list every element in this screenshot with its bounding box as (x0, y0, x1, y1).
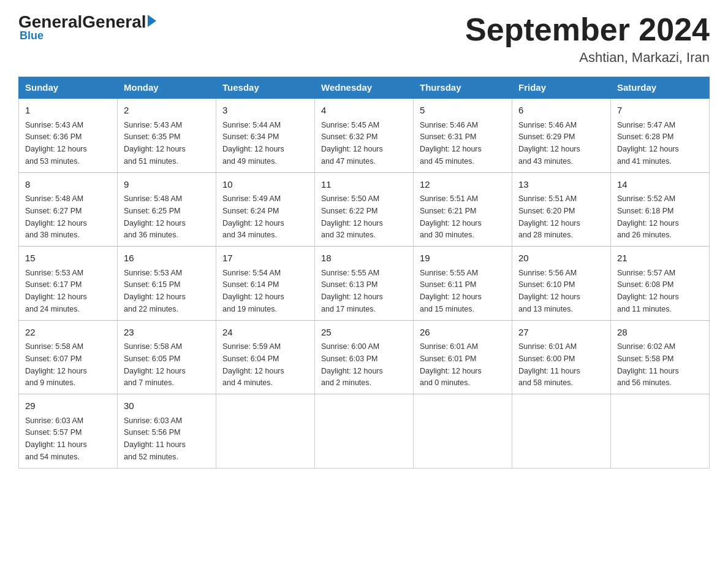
day-number: 15 (25, 251, 111, 266)
logo-arrow-icon (148, 15, 156, 27)
day-info: Sunrise: 5:59 AMSunset: 6:04 PMDaylight:… (222, 342, 284, 387)
calendar-title: September 2024 (465, 12, 710, 47)
table-row: 16 Sunrise: 5:53 AMSunset: 6:15 PMDaylig… (118, 247, 216, 321)
day-number: 27 (518, 326, 604, 340)
table-row: 17 Sunrise: 5:54 AMSunset: 6:14 PMDaylig… (216, 247, 315, 321)
day-info: Sunrise: 5:58 AMSunset: 6:07 PMDaylight:… (25, 342, 87, 387)
col-monday: Monday (118, 77, 216, 99)
day-info: Sunrise: 6:03 AMSunset: 5:57 PMDaylight:… (25, 416, 87, 461)
table-row: 20 Sunrise: 5:56 AMSunset: 6:10 PMDaylig… (512, 247, 611, 321)
table-row: 19 Sunrise: 5:55 AMSunset: 6:11 PMDaylig… (414, 247, 512, 321)
col-thursday: Thursday (414, 77, 512, 99)
day-number: 9 (124, 178, 210, 192)
logo-general: General (82, 12, 146, 32)
day-number: 18 (321, 251, 407, 266)
day-info: Sunrise: 5:52 AMSunset: 6:18 PMDaylight:… (617, 194, 679, 239)
logo-subtitle: Blue (20, 29, 44, 42)
table-row (512, 394, 611, 469)
day-info: Sunrise: 5:43 AMSunset: 6:36 PMDaylight:… (25, 121, 87, 166)
day-info: Sunrise: 5:53 AMSunset: 6:17 PMDaylight:… (25, 269, 87, 313)
day-info: Sunrise: 6:02 AMSunset: 5:58 PMDaylight:… (617, 342, 679, 387)
table-row: 8 Sunrise: 5:48 AMSunset: 6:27 PMDayligh… (19, 172, 118, 247)
table-row: 29 Sunrise: 6:03 AMSunset: 5:57 PMDaylig… (19, 394, 118, 469)
col-tuesday: Tuesday (216, 77, 315, 99)
logo: GeneralGeneral Blue (18, 12, 156, 42)
calendar-week-row: 15 Sunrise: 5:53 AMSunset: 6:17 PMDaylig… (19, 247, 710, 321)
table-row: 15 Sunrise: 5:53 AMSunset: 6:17 PMDaylig… (19, 247, 118, 321)
day-info: Sunrise: 5:48 AMSunset: 6:27 PMDaylight:… (25, 194, 87, 239)
day-number: 22 (25, 326, 111, 340)
table-row: 1 Sunrise: 5:43 AMSunset: 6:36 PMDayligh… (19, 98, 118, 172)
day-info: Sunrise: 6:00 AMSunset: 6:03 PMDaylight:… (321, 342, 383, 387)
day-info: Sunrise: 6:01 AMSunset: 6:01 PMDaylight:… (420, 342, 482, 387)
day-number: 7 (617, 104, 703, 118)
table-row (611, 394, 710, 469)
col-wednesday: Wednesday (315, 77, 414, 99)
day-info: Sunrise: 5:58 AMSunset: 6:05 PMDaylight:… (124, 342, 186, 387)
day-number: 30 (124, 399, 210, 413)
day-info: Sunrise: 5:44 AMSunset: 6:34 PMDaylight:… (222, 121, 284, 166)
calendar-week-row: 1 Sunrise: 5:43 AMSunset: 6:36 PMDayligh… (19, 98, 710, 172)
day-number: 29 (25, 399, 111, 413)
day-number: 17 (222, 251, 308, 266)
table-row: 6 Sunrise: 5:46 AMSunset: 6:29 PMDayligh… (512, 98, 611, 172)
day-number: 5 (420, 104, 506, 118)
day-number: 26 (420, 326, 506, 340)
table-row (216, 394, 315, 469)
day-info: Sunrise: 5:53 AMSunset: 6:15 PMDaylight:… (124, 269, 186, 313)
col-friday: Friday (512, 77, 611, 99)
day-number: 21 (617, 251, 703, 266)
day-info: Sunrise: 5:46 AMSunset: 6:31 PMDaylight:… (420, 121, 482, 166)
day-number: 23 (124, 326, 210, 340)
day-info: Sunrise: 5:47 AMSunset: 6:28 PMDaylight:… (617, 121, 679, 166)
col-saturday: Saturday (611, 77, 710, 99)
table-row: 7 Sunrise: 5:47 AMSunset: 6:28 PMDayligh… (611, 98, 710, 172)
table-row: 28 Sunrise: 6:02 AMSunset: 5:58 PMDaylig… (611, 320, 710, 394)
calendar-header-row: Sunday Monday Tuesday Wednesday Thursday… (19, 77, 710, 99)
day-info: Sunrise: 5:54 AMSunset: 6:14 PMDaylight:… (222, 269, 284, 313)
table-row (315, 394, 414, 469)
table-row (414, 394, 512, 469)
day-info: Sunrise: 5:46 AMSunset: 6:29 PMDaylight:… (518, 121, 580, 166)
day-number: 3 (222, 104, 308, 118)
table-row: 10 Sunrise: 5:49 AMSunset: 6:24 PMDaylig… (216, 172, 315, 247)
day-number: 2 (124, 104, 210, 118)
col-sunday: Sunday (19, 77, 118, 99)
table-row: 11 Sunrise: 5:50 AMSunset: 6:22 PMDaylig… (315, 172, 414, 247)
day-number: 20 (518, 251, 604, 266)
table-row: 24 Sunrise: 5:59 AMSunset: 6:04 PMDaylig… (216, 320, 315, 394)
day-info: Sunrise: 5:56 AMSunset: 6:10 PMDaylight:… (518, 269, 580, 313)
day-info: Sunrise: 5:55 AMSunset: 6:11 PMDaylight:… (420, 269, 482, 313)
day-number: 19 (420, 251, 506, 266)
day-info: Sunrise: 5:50 AMSunset: 6:22 PMDaylight:… (321, 194, 383, 239)
day-number: 8 (25, 178, 111, 192)
table-row: 22 Sunrise: 5:58 AMSunset: 6:07 PMDaylig… (19, 320, 118, 394)
table-row: 25 Sunrise: 6:00 AMSunset: 6:03 PMDaylig… (315, 320, 414, 394)
table-row: 9 Sunrise: 5:48 AMSunset: 6:25 PMDayligh… (118, 172, 216, 247)
day-info: Sunrise: 5:55 AMSunset: 6:13 PMDaylight:… (321, 269, 383, 313)
day-number: 6 (518, 104, 604, 118)
page-header: GeneralGeneral Blue September 2024 Ashti… (18, 12, 710, 66)
table-row: 27 Sunrise: 6:01 AMSunset: 6:00 PMDaylig… (512, 320, 611, 394)
table-row: 13 Sunrise: 5:51 AMSunset: 6:20 PMDaylig… (512, 172, 611, 247)
day-info: Sunrise: 5:48 AMSunset: 6:25 PMDaylight:… (124, 194, 186, 239)
day-number: 28 (617, 326, 703, 340)
table-row: 26 Sunrise: 6:01 AMSunset: 6:01 PMDaylig… (414, 320, 512, 394)
calendar-week-row: 8 Sunrise: 5:48 AMSunset: 6:27 PMDayligh… (19, 172, 710, 247)
calendar-week-row: 29 Sunrise: 6:03 AMSunset: 5:57 PMDaylig… (19, 394, 710, 469)
table-row: 12 Sunrise: 5:51 AMSunset: 6:21 PMDaylig… (414, 172, 512, 247)
day-number: 1 (25, 104, 111, 118)
table-row: 2 Sunrise: 5:43 AMSunset: 6:35 PMDayligh… (118, 98, 216, 172)
calendar-week-row: 22 Sunrise: 5:58 AMSunset: 6:07 PMDaylig… (19, 320, 710, 394)
day-number: 11 (321, 178, 407, 192)
day-number: 16 (124, 251, 210, 266)
table-row: 4 Sunrise: 5:45 AMSunset: 6:32 PMDayligh… (315, 98, 414, 172)
table-row: 14 Sunrise: 5:52 AMSunset: 6:18 PMDaylig… (611, 172, 710, 247)
day-info: Sunrise: 5:51 AMSunset: 6:21 PMDaylight:… (420, 194, 482, 239)
calendar-location: Ashtian, Markazi, Iran (465, 50, 710, 66)
table-row: 23 Sunrise: 5:58 AMSunset: 6:05 PMDaylig… (118, 320, 216, 394)
day-number: 24 (222, 326, 308, 340)
calendar-table: Sunday Monday Tuesday Wednesday Thursday… (18, 77, 710, 469)
day-number: 10 (222, 178, 308, 192)
table-row: 3 Sunrise: 5:44 AMSunset: 6:34 PMDayligh… (216, 98, 315, 172)
